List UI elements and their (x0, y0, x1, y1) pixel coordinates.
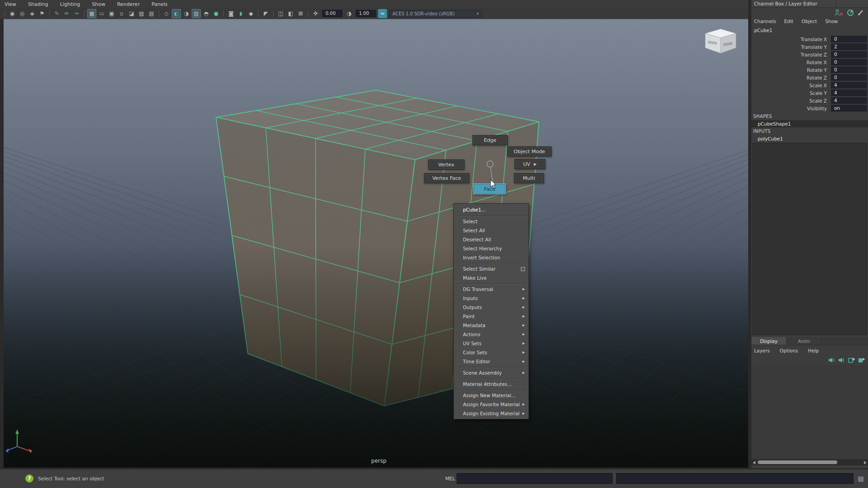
shadows-icon[interactable]: ◪ (127, 9, 136, 18)
menu-item-uv-sets[interactable]: UV Sets▶ (454, 339, 528, 348)
channel-box-title[interactable]: Channel Box / Layer Editor (754, 1, 817, 6)
select-camera-icon[interactable]: ◉ (8, 9, 17, 18)
menu-item-select-similar[interactable]: Select Similar (454, 264, 528, 273)
channel-value[interactable]: 0 (831, 59, 867, 66)
channel-label[interactable]: Scale X (751, 83, 831, 88)
channel-value[interactable]: 0 (831, 74, 867, 81)
channel-value[interactable]: on (831, 105, 867, 112)
channel-label[interactable]: Scale Z (751, 98, 831, 103)
shaded-mode-icon[interactable]: ▭ (97, 9, 106, 18)
grease-pencil-icon[interactable]: ✑ (72, 9, 81, 18)
view-transform-dropdown[interactable]: ACES 1.0 SDR-video (sRGB)▾ (389, 10, 482, 18)
view-transform-toggle-icon[interactable]: ≈ (378, 9, 387, 18)
gamma-field[interactable]: 1.00 (356, 10, 376, 17)
fog-icon[interactable]: ▧ (192, 9, 201, 18)
hardware-render-icon[interactable]: ◆ (246, 9, 255, 18)
marking-menu-vertex[interactable]: Vertex (428, 160, 464, 169)
channel-value[interactable]: 0 (831, 51, 867, 58)
select-tool-icon[interactable]: ◤ (261, 9, 270, 18)
bookmark-icon[interactable]: ⚑ (38, 9, 47, 18)
marking-menu-object-mode[interactable]: Object Mode (507, 146, 552, 156)
horizontal-scrollbar[interactable] (751, 459, 868, 465)
menu-item-paint[interactable]: Paint▶ (454, 312, 528, 321)
texture-placement-icon[interactable]: ● (212, 9, 221, 18)
layer-menu-options[interactable]: Options (780, 348, 798, 353)
channel-label[interactable]: Translate Y (751, 44, 831, 50)
selected-object-name[interactable]: pCube1 (751, 26, 868, 34)
menu-item-select-all[interactable]: Select All (454, 226, 528, 235)
view-cube[interactable] (705, 29, 736, 53)
scroll-right-icon[interactable] (863, 460, 868, 465)
gamma-icon[interactable]: ◑ (344, 9, 354, 18)
channel-label[interactable]: Translate Z (751, 52, 831, 57)
backface-icon[interactable]: ◐ (172, 9, 181, 18)
manipulator-display-icon[interactable] (835, 9, 844, 16)
menu-show[interactable]: Show (92, 1, 105, 7)
menu-item-color-sets[interactable]: Color Sets▶ (454, 348, 528, 357)
menu-item-inputs[interactable]: Inputs▶ (454, 294, 528, 303)
menu-item-scene-assembly[interactable]: Scene Assembly▶ (454, 368, 528, 377)
scrollbar-thumb[interactable] (758, 460, 837, 464)
input-node-row[interactable]: polyCube1 (751, 135, 868, 142)
move-layer-up-icon[interactable] (828, 357, 835, 363)
scene-render-icon[interactable]: ◧ (286, 9, 295, 18)
occlusion-icon[interactable]: ▨ (137, 9, 146, 18)
layer-menu-layers[interactable]: Layers (754, 348, 770, 353)
isolate-select-icon[interactable]: ◑ (182, 9, 191, 18)
option-box-icon[interactable] (521, 267, 525, 271)
channel-value[interactable]: 2 (831, 43, 867, 50)
layer-list-area[interactable] (751, 365, 868, 459)
channel-box-menu-channels[interactable]: Channels (754, 19, 776, 24)
layer-menu-help[interactable]: Help (808, 348, 819, 353)
command-line-result[interactable] (616, 473, 854, 484)
channel-value[interactable]: 0 (831, 66, 867, 73)
channel-box-menu-object[interactable]: Object (802, 19, 817, 24)
exposure-field[interactable]: 0.00 (322, 10, 342, 17)
menu-item-make-live[interactable]: Make Live (454, 273, 528, 282)
marking-menu-multi[interactable]: Multi (514, 173, 544, 183)
channel-label[interactable]: Rotate X (751, 60, 831, 65)
hyperbolic-edit-icon[interactable] (857, 9, 864, 16)
menu-item-assign-favorite-material[interactable]: Assign Favorite Material▶ (454, 400, 528, 409)
image-plane-icon[interactable]: ✎ (52, 9, 61, 18)
menu-item-dg-traversal[interactable]: DG Traversal▶ (454, 285, 528, 294)
exposure-icon[interactable]: ✜ (311, 9, 320, 18)
menu-item-select[interactable]: Select (454, 217, 528, 226)
new-layer-icon[interactable] (848, 357, 855, 363)
menu-item-time-editor[interactable]: Time Editor▶ (454, 357, 528, 366)
shape-node-row[interactable]: pCubeShape1 (751, 120, 868, 127)
channel-value[interactable]: 4 (831, 89, 867, 96)
channel-label[interactable]: Rotate Y (751, 67, 831, 73)
xray-icon[interactable]: ◇ (162, 9, 171, 18)
channel-label[interactable]: Scale Y (751, 90, 831, 96)
menu-view[interactable]: View (5, 1, 16, 7)
shading-sphere-icon[interactable]: ◗ (236, 9, 245, 18)
marking-menu-vertex-face[interactable]: Vertex Face (424, 173, 469, 183)
snapshot-icon[interactable]: ◫ (276, 9, 285, 18)
speed-state-icon[interactable] (847, 9, 854, 16)
menu-item-material-attributes[interactable]: Material Attributes... (454, 380, 528, 389)
menu-item-invert-selection[interactable]: Invert Selection (454, 253, 528, 262)
anti-alias-icon[interactable]: ▤ (147, 9, 156, 18)
menu-item-pcube1[interactable]: pCube1... (454, 205, 528, 215)
menu-item-assign-new-material[interactable]: Assign New Material... (454, 391, 528, 400)
use-lights-icon[interactable]: ▫ (117, 9, 126, 18)
tab-display[interactable]: Display (751, 337, 787, 345)
camera-attributes-icon[interactable]: ◈ (28, 9, 37, 18)
wireframe-icon[interactable]: ▦ (87, 9, 96, 18)
marking-menu-edge[interactable]: Edge (472, 135, 508, 145)
menu-shading[interactable]: Shading (28, 1, 48, 7)
menu-panels[interactable]: Panels (151, 1, 167, 7)
textured-mode-icon[interactable]: ▣ (107, 9, 116, 18)
menu-item-actions[interactable]: Actions▶ (454, 330, 528, 339)
viewport-persp[interactable]: persp (4, 19, 748, 468)
tab-anim[interactable]: Anim (787, 337, 822, 345)
channel-value[interactable]: 0 (831, 36, 867, 42)
channel-value[interactable]: 4 (831, 97, 867, 104)
command-line-input[interactable] (457, 473, 613, 484)
light-icon[interactable]: ◙ (226, 9, 236, 18)
menu-item-select-hierarchy[interactable]: Select Hierarchy (454, 244, 528, 253)
channel-value[interactable]: 4 (831, 82, 867, 89)
channel-box-menu-edit[interactable]: Edit (784, 19, 793, 24)
menu-renderer[interactable]: Renderer (117, 1, 140, 7)
